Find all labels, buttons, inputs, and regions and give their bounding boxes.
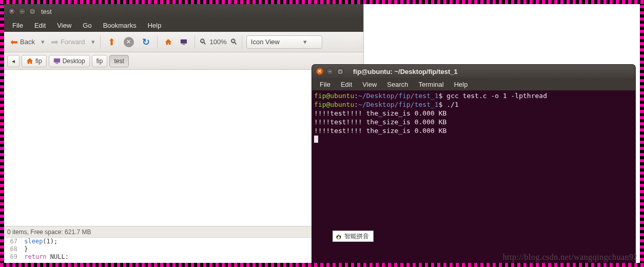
path-segment[interactable]: test — [109, 55, 128, 67]
stop-button[interactable]: ✕ — [121, 35, 137, 49]
reload-icon: ↻ — [142, 36, 150, 48]
window-title: fip@ubuntu: ~/Desktop/fip/test_1 — [353, 68, 458, 75]
minimize-icon[interactable]: – — [326, 68, 334, 75]
zoom-out-icon[interactable]: 🔍︎ — [199, 37, 207, 46]
stop-icon: ✕ — [124, 37, 134, 47]
status-text: 0 items, Free space: 621.7 MB — [7, 228, 91, 236]
watermark: http://blog.csdn.net/wangqingchuan92 — [503, 253, 638, 262]
path-segment-label: test — [114, 58, 124, 65]
window-buttons: ✕ – ▢ — [316, 68, 344, 75]
titlebar[interactable]: ✕ – ▢ test — [4, 4, 363, 18]
forward-label: Forward — [61, 38, 85, 46]
svg-point-7 — [339, 235, 340, 236]
svg-point-6 — [338, 235, 339, 236]
computer-button[interactable] — [177, 35, 190, 49]
menu-bar: File Edit View Search Terminal Help — [312, 78, 635, 90]
maximize-icon[interactable]: ▢ — [337, 68, 344, 75]
chevron-left-icon: ◂ — [12, 58, 15, 65]
menu-go[interactable]: Go — [77, 20, 96, 31]
background-editor-peek: 67 sleep(1);68 }69 return NULL: — [4, 237, 363, 263]
close-icon[interactable]: ✕ — [8, 8, 15, 15]
path-segment[interactable]: Desktop — [49, 55, 90, 67]
monitor-icon — [180, 39, 187, 46]
home-button[interactable] — [162, 35, 175, 49]
code-line: 68 } — [5, 245, 362, 253]
path-segment-label: fip — [35, 58, 42, 65]
arrow-left-icon: ⬅ — [10, 36, 18, 48]
forward-button[interactable]: ➡ Forward — [48, 35, 88, 49]
menu-file[interactable]: File — [315, 80, 335, 89]
menu-view[interactable]: View — [52, 20, 76, 31]
back-label: Back — [20, 38, 35, 46]
ime-label: 智能拼音 — [344, 232, 369, 241]
menu-edit[interactable]: Edit — [29, 20, 51, 31]
minimize-icon[interactable]: – — [18, 8, 26, 15]
path-bar: ◂ fipDesktopfiptest — [4, 52, 363, 70]
folder-content-area[interactable] — [4, 70, 363, 226]
zoom-controls: 🔍︎ 100% 🔍︎ — [199, 37, 238, 46]
chevron-down-icon[interactable]: ▾ — [40, 38, 46, 46]
up-button[interactable]: ⬆ — [105, 35, 119, 49]
tux-icon — [335, 233, 342, 240]
menu-help[interactable]: Help — [450, 80, 473, 89]
chevron-down-icon[interactable]: ▾ — [90, 38, 96, 46]
zoom-level: 100% — [210, 38, 227, 46]
svg-rect-2 — [54, 58, 60, 62]
chevron-down-icon: ▾ — [303, 38, 307, 46]
close-icon[interactable]: ✕ — [316, 68, 323, 75]
menu-search[interactable]: Search — [382, 80, 413, 89]
path-segment[interactable]: fip — [22, 55, 47, 67]
back-button[interactable]: ⬅ Back — [7, 35, 38, 49]
menu-bar: File Edit View Go Bookmarks Help — [4, 18, 363, 32]
home-icon — [165, 39, 172, 46]
path-history-button[interactable]: ◂ — [7, 55, 19, 67]
reload-button[interactable]: ↻ — [139, 35, 153, 49]
svg-rect-1 — [182, 44, 185, 45]
titlebar[interactable]: ✕ – ▢ fip@ubuntu: ~/Desktop/fip/test_1 — [312, 65, 635, 78]
menu-terminal[interactable]: Terminal — [414, 80, 448, 89]
maximize-icon[interactable]: ▢ — [29, 8, 36, 15]
ime-indicator[interactable]: 智能拼音 — [333, 231, 374, 242]
window-buttons: ✕ – ▢ — [8, 8, 36, 15]
menu-file[interactable]: File — [7, 20, 28, 31]
path-segment[interactable]: fip — [92, 55, 108, 67]
window-title: test — [41, 8, 52, 15]
cursor — [314, 136, 318, 143]
path-segment-label: fip — [96, 58, 103, 65]
path-segment-label: Desktop — [63, 58, 85, 65]
status-bar: 0 items, Free space: 621.7 MB — [4, 226, 363, 237]
view-mode-select[interactable]: Icon View ▾ — [246, 35, 322, 49]
code-line: 69 return NULL: — [5, 253, 362, 261]
svg-rect-3 — [55, 63, 58, 64]
arrow-up-icon: ⬆ — [108, 36, 115, 48]
arrow-right-icon: ➡ — [51, 36, 58, 48]
home-icon — [26, 58, 33, 65]
view-mode-label: Icon View — [251, 38, 280, 46]
menu-edit[interactable]: Edit — [336, 80, 357, 89]
zoom-in-icon[interactable]: 🔍︎ — [230, 37, 238, 46]
svg-rect-0 — [180, 39, 186, 43]
menu-help[interactable]: Help — [143, 20, 167, 31]
file-manager-window: ✕ – ▢ test File Edit View Go Bookmarks H… — [4, 4, 363, 263]
menu-view[interactable]: View — [358, 80, 381, 89]
toolbar: ⬅ Back ▾ ➡ Forward ▾ ⬆ ✕ ↻ 🔍︎ 100% 🔍︎ Ic… — [4, 32, 363, 52]
code-line: 67 sleep(1); — [5, 238, 362, 245]
desktop-icon — [53, 58, 61, 65]
menu-bookmarks[interactable]: Bookmarks — [98, 20, 142, 31]
